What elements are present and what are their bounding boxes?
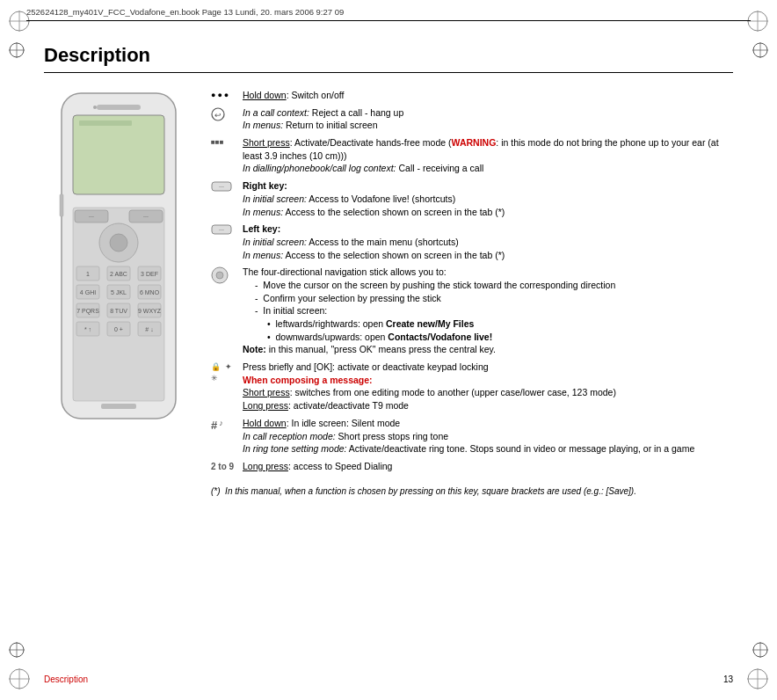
svg-text:↩: ↩ bbox=[214, 111, 221, 120]
svg-text:0 +: 0 + bbox=[114, 326, 123, 332]
book-info: 252624128_my401V_FCC_Vodafone_en.book Pa… bbox=[26, 7, 344, 17]
svg-text:4 GHI: 4 GHI bbox=[80, 289, 96, 295]
svg-text:···: ··· bbox=[89, 214, 94, 220]
item-text: Right key: In initial screen: Access to … bbox=[243, 179, 733, 218]
svg-text:1: 1 bbox=[86, 271, 90, 277]
section-marker-tr bbox=[751, 40, 770, 60]
section-marker-bl bbox=[7, 640, 26, 660]
svg-text:6 MNO: 6 MNO bbox=[140, 289, 160, 295]
svg-text:3 DEF: 3 DEF bbox=[141, 271, 158, 277]
corner-decoration-bl bbox=[7, 667, 32, 691]
item-text: In a call context: Reject a call - hang … bbox=[243, 106, 733, 132]
footnote: (*) In this manual, when a function is c… bbox=[211, 485, 733, 498]
svg-text:···: ··· bbox=[219, 227, 224, 233]
nav-circle-icon bbox=[211, 266, 237, 284]
corner-decoration-br bbox=[745, 667, 770, 691]
list-item: ■■■ Short press: Activate/Deactivate han… bbox=[211, 136, 733, 175]
svg-text:9 WXYZ: 9 WXYZ bbox=[138, 308, 162, 314]
svg-text:* ↑: * ↑ bbox=[84, 326, 91, 332]
section-marker-tl bbox=[7, 40, 26, 60]
item-text: Left key: In initial screen: Access to t… bbox=[243, 222, 733, 261]
hash-music-icon: # ♪ bbox=[211, 417, 237, 434]
two-to-nine-icon: 2 to 9 bbox=[211, 460, 237, 473]
footer-section-label: Description bbox=[44, 674, 88, 684]
left-button-icon: ··· bbox=[211, 222, 237, 236]
page-title: Description bbox=[44, 44, 733, 67]
phone-image-container: 1 2 ABC 3 DEF 4 GHI 5 JKL 6 MNO 7 PQRS 8… bbox=[44, 89, 193, 432]
item-text: Press briefly and [OK]: activate or deac… bbox=[243, 361, 733, 412]
hold-down-label: Hold down bbox=[243, 90, 287, 100]
description-list: ●●● Hold down: Switch on/off ↩ In a call… bbox=[211, 89, 733, 498]
svg-rect-26 bbox=[79, 120, 132, 126]
svg-text:7 PQRS: 7 PQRS bbox=[76, 308, 99, 315]
content-layout: 1 2 ABC 3 DEF 4 GHI 5 JKL 6 MNO 7 PQRS 8… bbox=[44, 89, 733, 498]
svg-point-69 bbox=[216, 272, 223, 279]
svg-text:···: ··· bbox=[219, 184, 224, 190]
footer: Description 13 bbox=[44, 674, 733, 684]
phone-circle-icon: ↩ bbox=[211, 106, 237, 121]
svg-point-31 bbox=[110, 234, 127, 252]
list-item: 🔒 ✦ ✳ Press briefly and [OK]: activate o… bbox=[211, 361, 733, 412]
lock-star-asterisk-icon: 🔒 ✦ ✳ bbox=[211, 361, 237, 383]
item-text: Short press: Activate/Deactivate hands-f… bbox=[243, 136, 733, 175]
list-item: ↩ In a call context: Reject a call - han… bbox=[211, 106, 733, 132]
svg-point-28 bbox=[93, 106, 97, 109]
hold-down-text: : Switch on/off bbox=[287, 90, 345, 100]
list-item: ··· Left key: In initial screen: Access … bbox=[211, 222, 733, 261]
svg-text:# ↓: # ↓ bbox=[145, 326, 153, 332]
svg-text:2 ABC: 2 ABC bbox=[110, 271, 127, 277]
item-text: Hold down: Switch on/off bbox=[243, 89, 733, 102]
svg-rect-25 bbox=[73, 115, 164, 194]
svg-rect-27 bbox=[97, 105, 141, 110]
svg-rect-60 bbox=[60, 194, 63, 216]
top-bar: 252624128_my401V_FCC_Vodafone_en.book Pa… bbox=[26, 7, 751, 21]
svg-text:5 JKL: 5 JKL bbox=[111, 289, 127, 295]
page-number: 13 bbox=[723, 674, 733, 684]
main-content: Description bbox=[44, 35, 733, 656]
list-item: ··· Right key: In initial screen: Access… bbox=[211, 179, 733, 218]
svg-text:8 TUV: 8 TUV bbox=[110, 308, 127, 314]
phone-illustration: 1 2 ABC 3 DEF 4 GHI 5 JKL 6 MNO 7 PQRS 8… bbox=[48, 89, 189, 432]
list-item: ●●● Hold down: Switch on/off bbox=[211, 89, 733, 102]
item-text: The four-directional navigation stick al… bbox=[243, 266, 733, 356]
section-marker-br bbox=[751, 640, 770, 660]
title-divider bbox=[44, 72, 733, 73]
dots-icon: ●●● bbox=[211, 89, 237, 101]
item-text: Long press: access to Speed Dialing bbox=[243, 460, 733, 473]
list-item: The four-directional navigation stick al… bbox=[211, 266, 733, 356]
svg-text:···: ··· bbox=[143, 214, 149, 220]
item-text: Hold down: In idle screen: Silent mode I… bbox=[243, 417, 733, 456]
svg-rect-61 bbox=[101, 404, 136, 409]
list-item: 2 to 9 Long press: access to Speed Diali… bbox=[211, 460, 733, 473]
list-item: # ♪ Hold down: In idle screen: Silent mo… bbox=[211, 417, 733, 456]
squares-icon: ■■■ bbox=[211, 136, 237, 147]
right-button-icon: ··· bbox=[211, 179, 237, 193]
